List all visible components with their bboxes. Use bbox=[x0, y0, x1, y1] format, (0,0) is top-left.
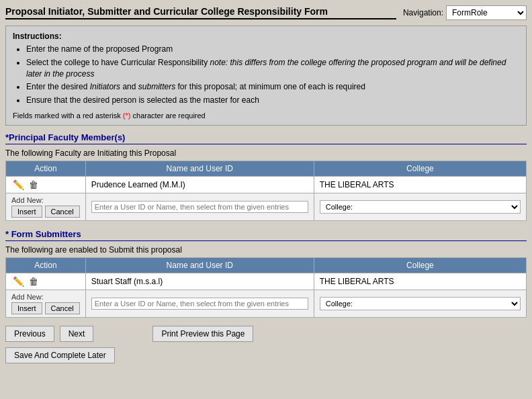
principal-col-college: College bbox=[314, 161, 526, 176]
navigation-select[interactable]: FormRole bbox=[446, 5, 527, 20]
instruction-item-2: Select the college to have Curricular Re… bbox=[26, 57, 519, 80]
submitters-section-subtitle: The following are enabled to Submit this… bbox=[5, 245, 527, 255]
principal-faculty-section: *Principal Faculty Member(s) The followi… bbox=[5, 132, 527, 221]
save-complete-button[interactable]: Save And Complete Later bbox=[5, 347, 115, 363]
principal-delete-button[interactable]: 🗑 bbox=[28, 179, 40, 190]
submitters-add-college-cell: College: bbox=[314, 290, 526, 317]
bottom-nav-buttons: Previous Next Print Preview this Page bbox=[5, 326, 527, 342]
submitters-insert-button[interactable]: Insert bbox=[11, 302, 42, 314]
instruction-item-4: Ensure that the desired person is select… bbox=[26, 95, 519, 106]
principal-add-name-cell bbox=[85, 193, 314, 220]
submitters-add-label: Add New: bbox=[11, 293, 80, 301]
print-preview-button[interactable]: Print Preview this Page bbox=[152, 326, 253, 342]
principal-col-name: Name and User ID bbox=[85, 161, 314, 176]
submitters-row-college: THE LIBERAL ARTS bbox=[314, 273, 526, 290]
principal-college-select[interactable]: College: bbox=[320, 200, 521, 214]
principal-name-input[interactable] bbox=[91, 201, 308, 213]
instructions-box: Instructions: Enter the name of the prop… bbox=[5, 26, 527, 126]
table-row: ✏️ 🗑 Stuart Staff (m.s.a.l) THE LIBERAL … bbox=[6, 273, 527, 290]
page-title: Proposal Initiator, Submitter and Curric… bbox=[5, 6, 396, 19]
form-submitters-section: * Form Submitters The following are enab… bbox=[5, 229, 527, 318]
submitters-add-row: Add New: Insert Cancel College: bbox=[6, 290, 527, 317]
principal-row-name: Prudence Learned (M.M.I) bbox=[85, 176, 314, 193]
required-note: Fields marked with a red asterisk (*) ch… bbox=[13, 112, 519, 120]
instruction-item-1: Enter the name of the proposed Program bbox=[26, 44, 519, 55]
save-row: Save And Complete Later bbox=[5, 347, 527, 363]
principal-faculty-table: Action Name and User ID College ✏️ 🗑 Pru… bbox=[5, 161, 527, 221]
principal-row-action: ✏️ 🗑 bbox=[6, 176, 86, 193]
principal-edit-button[interactable]: ✏️ bbox=[11, 179, 26, 190]
previous-button[interactable]: Previous bbox=[5, 326, 54, 342]
next-button[interactable]: Next bbox=[60, 326, 94, 342]
principal-section-title: *Principal Faculty Member(s) bbox=[5, 132, 527, 144]
submitters-section-title: * Form Submitters bbox=[5, 229, 527, 241]
submitters-table: Action Name and User ID College ✏️ 🗑 Stu… bbox=[5, 257, 527, 318]
submitters-col-action: Action bbox=[6, 257, 86, 273]
principal-cancel-button[interactable]: Cancel bbox=[45, 206, 80, 218]
nav-label: Navigation: bbox=[403, 8, 443, 17]
principal-section-subtitle: The following Faculty are Initiating thi… bbox=[5, 148, 527, 158]
submitters-col-name: Name and User ID bbox=[85, 257, 314, 273]
submitters-college-select[interactable]: College: bbox=[320, 297, 521, 310]
instruction-item-3: Enter the desired Initiators and submitt… bbox=[26, 81, 519, 93]
submitters-row-name: Stuart Staff (m.s.a.l) bbox=[85, 273, 314, 290]
submitters-add-action: Add New: Insert Cancel bbox=[6, 290, 86, 317]
principal-add-row: Add New: Insert Cancel College: bbox=[6, 193, 527, 220]
principal-add-label: Add New: bbox=[11, 196, 80, 204]
instructions-heading: Instructions: bbox=[13, 32, 62, 41]
submitters-name-input[interactable] bbox=[91, 298, 308, 310]
principal-add-college-cell: College: bbox=[314, 193, 526, 220]
table-row: ✏️ 🗑 Prudence Learned (M.M.I) THE LIBERA… bbox=[6, 176, 527, 193]
principal-add-action: Add New: Insert Cancel bbox=[6, 193, 86, 220]
submitters-row-action: ✏️ 🗑 bbox=[6, 273, 86, 290]
submitters-edit-button[interactable]: ✏️ bbox=[11, 276, 26, 287]
submitters-col-college: College bbox=[314, 257, 526, 273]
principal-col-action: Action bbox=[6, 161, 86, 176]
principal-row-college: THE LIBERAL ARTS bbox=[314, 176, 526, 193]
principal-insert-button[interactable]: Insert bbox=[11, 206, 42, 218]
submitters-add-name-cell bbox=[85, 290, 314, 317]
instructions-list: Enter the name of the proposed Program S… bbox=[26, 44, 519, 106]
submitters-delete-button[interactable]: 🗑 bbox=[28, 276, 40, 287]
submitters-cancel-button[interactable]: Cancel bbox=[45, 302, 80, 314]
